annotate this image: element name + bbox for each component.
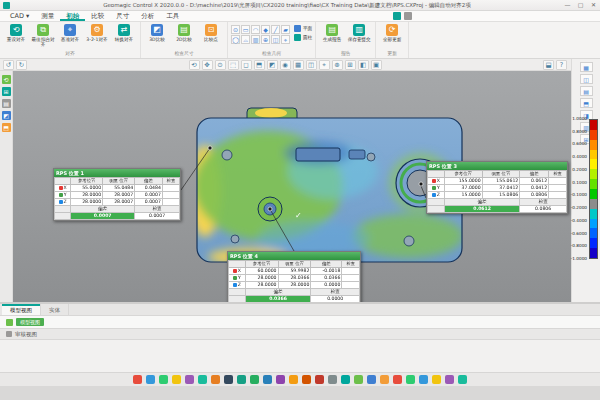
- status-icon[interactable]: [380, 375, 389, 384]
- refit-icon[interactable]: ⟲: [2, 75, 11, 84]
- iso-view-icon[interactable]: ◩: [267, 60, 278, 70]
- close-button[interactable]: ✕: [587, 0, 600, 10]
- rotate-view-icon[interactable]: ⟲: [189, 60, 200, 70]
- quick-access-icon[interactable]: [393, 12, 401, 20]
- rps-table[interactable]: RPS 位置 4参考位置测量 位置偏差检查X60.000059.9982-0.0…: [227, 251, 361, 304]
- ribbon-button-生成报告[interactable]: ▤生成报告: [319, 23, 345, 47]
- ribbon-button-转换对齐[interactable]: ⇄转换对齐: [111, 23, 137, 47]
- status-icon[interactable]: [133, 375, 142, 384]
- menu-tab-分析[interactable]: 分析: [135, 11, 160, 21]
- status-icon[interactable]: [367, 375, 376, 384]
- point-select-icon[interactable]: ⊕: [332, 60, 343, 70]
- status-icon[interactable]: [211, 375, 220, 384]
- menu-tab-尺寸[interactable]: 尺寸: [110, 11, 135, 21]
- report-view-icon[interactable]: ▤: [580, 86, 593, 96]
- front-view-icon[interactable]: ◻: [241, 60, 252, 70]
- shape-tool-icon[interactable]: ▰: [281, 25, 290, 34]
- review-panel-header[interactable]: 审核视图: [0, 328, 600, 340]
- small-slot-feature[interactable]: [349, 150, 365, 159]
- ribbon-button-平面[interactable]: 平面: [294, 25, 312, 32]
- menu-tab-初始[interactable]: 初始: [60, 11, 85, 21]
- status-icon[interactable]: [263, 375, 272, 384]
- rps-table[interactable]: RPS 位置 3参考位置测量 位置偏差检查X155.0000155.06120.…: [426, 161, 568, 214]
- status-icon[interactable]: [250, 375, 259, 384]
- ribbon-button-3D比较[interactable]: ◩3D比较: [144, 23, 170, 47]
- ribbon-button-圆柱[interactable]: 圆柱: [294, 34, 312, 41]
- ribbon-button-最佳拟合对齐[interactable]: ⧉最佳拟合对齐: [30, 23, 56, 47]
- status-icon[interactable]: [172, 375, 181, 384]
- lasso-select-icon[interactable]: ◧: [358, 60, 369, 70]
- status-icon[interactable]: [419, 375, 428, 384]
- pan-view-icon[interactable]: ✥: [202, 60, 213, 70]
- help-icon[interactable]: ?: [556, 60, 567, 70]
- ribbon-button-重设对齐[interactable]: ⟲重设对齐: [3, 23, 29, 47]
- status-icon[interactable]: [185, 375, 194, 384]
- hole-feature[interactable]: [404, 236, 414, 246]
- status-icon[interactable]: [328, 375, 337, 384]
- shape-tool-icon[interactable]: ▭: [241, 25, 250, 34]
- grid-icon[interactable]: ⊞: [2, 87, 11, 96]
- shade-mode-icon[interactable]: ◉: [280, 60, 291, 70]
- shape-tool-icon[interactable]: ◠: [251, 25, 260, 34]
- selected-view-item[interactable]: 模型视图: [16, 318, 44, 326]
- status-icon[interactable]: [341, 375, 350, 384]
- zoom-icon[interactable]: ⊙: [215, 60, 226, 70]
- status-icon[interactable]: [198, 375, 207, 384]
- compare-icon[interactable]: ◩: [2, 111, 11, 120]
- status-icon[interactable]: [315, 375, 324, 384]
- status-icon[interactable]: [406, 375, 415, 384]
- hole-feature[interactable]: [231, 235, 239, 243]
- shape-tool-icon[interactable]: ◯: [231, 35, 240, 44]
- status-icon[interactable]: [159, 375, 168, 384]
- status-icon[interactable]: [276, 375, 285, 384]
- status-icon[interactable]: [224, 375, 233, 384]
- tolerance-icon[interactable]: ⬒: [580, 98, 593, 108]
- shape-tool-icon[interactable]: ▥: [251, 35, 260, 44]
- maximize-button[interactable]: ▢: [574, 0, 587, 10]
- top-view-icon[interactable]: ⬒: [254, 60, 265, 70]
- status-icon[interactable]: [237, 375, 246, 384]
- zoom-fit-icon[interactable]: ⬚: [228, 60, 239, 70]
- layers-icon[interactable]: ▤: [2, 99, 11, 108]
- ribbon-button-3-2-1对齐[interactable]: ⚙3-2-1对齐: [84, 23, 110, 47]
- wireframe-icon[interactable]: ▦: [293, 60, 304, 70]
- shape-tool-icon[interactable]: ⊕: [261, 35, 270, 44]
- menu-tab-测量[interactable]: 测量: [35, 11, 60, 21]
- redo-icon[interactable]: ↻: [16, 60, 27, 70]
- menu-tab-比较[interactable]: 比较: [85, 11, 110, 21]
- display-settings-icon[interactable]: ▣: [371, 60, 382, 70]
- measure-icon[interactable]: ⌖: [319, 60, 330, 70]
- ribbon-button-基准对齐[interactable]: ⌖基准对齐: [57, 23, 83, 47]
- slot-feature[interactable]: [296, 148, 340, 161]
- status-icon[interactable]: [458, 375, 467, 384]
- undo-icon[interactable]: ↺: [3, 60, 14, 70]
- shape-tool-icon[interactable]: ◫: [271, 35, 280, 44]
- bottom-tab-实体[interactable]: 实体: [41, 304, 69, 315]
- options-icon[interactable]: [404, 12, 412, 20]
- annotation-icon[interactable]: ▦: [580, 62, 593, 72]
- shape-tool-icon[interactable]: ⊙: [231, 25, 240, 34]
- status-icon[interactable]: [302, 375, 311, 384]
- rps-table[interactable]: RPS 位置 1参考位置测量 位置偏差检查X55.000055.04840.04…: [53, 168, 181, 221]
- status-icon[interactable]: [354, 375, 363, 384]
- clip-icon[interactable]: ⬒: [2, 123, 11, 132]
- shape-tool-icon[interactable]: ⌓: [241, 35, 250, 44]
- colormap-icon[interactable]: ◫: [580, 74, 593, 84]
- ribbon-button-保存要提交[interactable]: ▥保存要提交: [346, 23, 372, 47]
- hole-feature[interactable]: [222, 150, 232, 160]
- bottom-tab-模型视图[interactable]: 模型视图: [2, 304, 41, 315]
- shape-tool-icon[interactable]: ╱: [271, 25, 280, 34]
- minimize-button[interactable]: —: [561, 0, 574, 10]
- shape-tool-icon[interactable]: ⌖: [281, 35, 290, 44]
- menu-tab-CAD ▾[interactable]: CAD ▾: [4, 11, 35, 21]
- status-icon[interactable]: [393, 375, 402, 384]
- camera-icon[interactable]: ⬓: [543, 60, 554, 70]
- status-icon[interactable]: [146, 375, 155, 384]
- status-icon[interactable]: [289, 375, 298, 384]
- ribbon-button-全部更新[interactable]: ⟳全部更新: [379, 23, 405, 47]
- hole-feature[interactable]: [367, 153, 375, 161]
- ribbon-button-2D比较[interactable]: ▤2D比较: [171, 23, 197, 47]
- shape-tool-icon[interactable]: ◆: [261, 25, 270, 34]
- box-select-icon[interactable]: ⊞: [345, 60, 356, 70]
- menu-tab-工具[interactable]: 工具: [160, 11, 185, 21]
